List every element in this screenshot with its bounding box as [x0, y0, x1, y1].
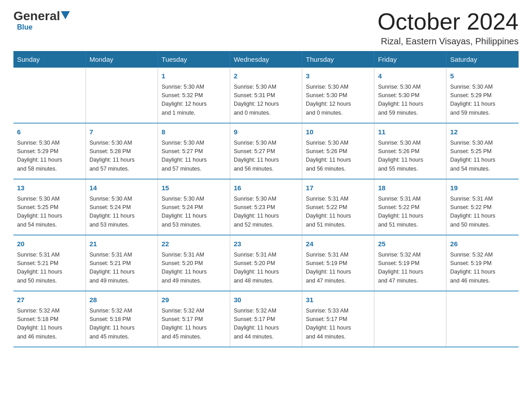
day-number: 11: [378, 127, 442, 137]
calendar-cell: 26Sunrise: 5:32 AM Sunset: 5:19 PM Dayli…: [446, 235, 519, 291]
day-number: 31: [306, 295, 370, 305]
day-number: 21: [90, 239, 154, 249]
calendar-cell: 16Sunrise: 5:30 AM Sunset: 5:23 PM Dayli…: [230, 179, 302, 235]
day-number: 10: [306, 127, 370, 137]
day-number: 22: [162, 239, 226, 249]
header-tuesday: Tuesday: [158, 51, 230, 68]
day-number: 23: [234, 239, 298, 249]
calendar-cell: 6Sunrise: 5:30 AM Sunset: 5:29 PM Daylig…: [13, 123, 86, 179]
day-info: Sunrise: 5:30 AM Sunset: 5:25 PM Dayligh…: [17, 195, 82, 230]
day-info: Sunrise: 5:30 AM Sunset: 5:23 PM Dayligh…: [234, 195, 298, 230]
calendar-table: SundayMondayTuesdayWednesdayThursdayFrid…: [13, 51, 519, 347]
day-number: 30: [234, 295, 298, 305]
calendar-cell: 13Sunrise: 5:30 AM Sunset: 5:25 PM Dayli…: [13, 179, 86, 235]
day-number: 20: [17, 239, 82, 249]
header-friday: Friday: [374, 51, 446, 68]
day-number: 3: [306, 71, 370, 81]
day-number: 7: [90, 127, 154, 137]
calendar-cell: [374, 291, 446, 347]
header-wednesday: Wednesday: [230, 51, 302, 68]
day-info: Sunrise: 5:30 AM Sunset: 5:29 PM Dayligh…: [17, 139, 82, 174]
calendar-cell: 11Sunrise: 5:30 AM Sunset: 5:26 PM Dayli…: [374, 123, 446, 179]
day-number: 16: [234, 183, 298, 193]
day-info: Sunrise: 5:31 AM Sunset: 5:22 PM Dayligh…: [306, 195, 370, 230]
day-info: Sunrise: 5:30 AM Sunset: 5:25 PM Dayligh…: [450, 139, 515, 174]
calendar-cell: [13, 68, 86, 123]
calendar-cell: 31Sunrise: 5:33 AM Sunset: 5:17 PM Dayli…: [302, 291, 374, 347]
calendar-cell: 7Sunrise: 5:30 AM Sunset: 5:28 PM Daylig…: [86, 123, 158, 179]
day-info: Sunrise: 5:31 AM Sunset: 5:21 PM Dayligh…: [17, 251, 82, 286]
day-info: Sunrise: 5:30 AM Sunset: 5:31 PM Dayligh…: [234, 83, 298, 118]
day-info: Sunrise: 5:31 AM Sunset: 5:22 PM Dayligh…: [378, 195, 442, 230]
day-number: 25: [378, 239, 442, 249]
calendar-cell: [86, 68, 158, 123]
day-info: Sunrise: 5:32 AM Sunset: 5:19 PM Dayligh…: [378, 251, 442, 286]
calendar-cell: 19Sunrise: 5:31 AM Sunset: 5:22 PM Dayli…: [446, 179, 519, 235]
calendar-cell: 29Sunrise: 5:32 AM Sunset: 5:17 PM Dayli…: [158, 291, 230, 347]
day-number: 2: [234, 71, 298, 81]
day-number: 1: [162, 71, 226, 81]
day-info: Sunrise: 5:31 AM Sunset: 5:20 PM Dayligh…: [234, 251, 298, 286]
calendar-header-row: SundayMondayTuesdayWednesdayThursdayFrid…: [13, 51, 519, 68]
calendar-cell: 1Sunrise: 5:30 AM Sunset: 5:32 PM Daylig…: [158, 68, 230, 123]
calendar-cell: 20Sunrise: 5:31 AM Sunset: 5:21 PM Dayli…: [13, 235, 86, 291]
day-info: Sunrise: 5:32 AM Sunset: 5:17 PM Dayligh…: [162, 307, 226, 342]
day-number: 27: [17, 295, 82, 305]
week-row-3: 13Sunrise: 5:30 AM Sunset: 5:25 PM Dayli…: [13, 179, 519, 235]
day-info: Sunrise: 5:30 AM Sunset: 5:24 PM Dayligh…: [90, 195, 154, 230]
day-info: Sunrise: 5:30 AM Sunset: 5:29 PM Dayligh…: [450, 83, 515, 118]
day-number: 18: [378, 183, 442, 193]
calendar-cell: 27Sunrise: 5:32 AM Sunset: 5:18 PM Dayli…: [13, 291, 86, 347]
calendar-cell: 8Sunrise: 5:30 AM Sunset: 5:27 PM Daylig…: [158, 123, 230, 179]
week-row-5: 27Sunrise: 5:32 AM Sunset: 5:18 PM Dayli…: [13, 291, 519, 347]
day-info: Sunrise: 5:30 AM Sunset: 5:26 PM Dayligh…: [378, 139, 442, 174]
day-number: 19: [450, 183, 515, 193]
day-info: Sunrise: 5:31 AM Sunset: 5:19 PM Dayligh…: [306, 251, 370, 286]
day-info: Sunrise: 5:30 AM Sunset: 5:30 PM Dayligh…: [378, 83, 442, 118]
day-info: Sunrise: 5:30 AM Sunset: 5:27 PM Dayligh…: [234, 139, 298, 174]
logo-triangle-icon: [61, 11, 70, 19]
calendar-cell: 2Sunrise: 5:30 AM Sunset: 5:31 PM Daylig…: [230, 68, 302, 123]
day-number: 15: [162, 183, 226, 193]
calendar-cell: 18Sunrise: 5:31 AM Sunset: 5:22 PM Dayli…: [374, 179, 446, 235]
day-number: 24: [306, 239, 370, 249]
subtitle: Rizal, Eastern Visayas, Philippines: [378, 36, 519, 47]
header-thursday: Thursday: [302, 51, 374, 68]
day-info: Sunrise: 5:30 AM Sunset: 5:32 PM Dayligh…: [162, 83, 226, 118]
day-number: 17: [306, 183, 370, 193]
day-number: 26: [450, 239, 515, 249]
calendar-cell: 24Sunrise: 5:31 AM Sunset: 5:19 PM Dayli…: [302, 235, 374, 291]
calendar-cell: 12Sunrise: 5:30 AM Sunset: 5:25 PM Dayli…: [446, 123, 519, 179]
calendar-cell: 10Sunrise: 5:30 AM Sunset: 5:26 PM Dayli…: [302, 123, 374, 179]
day-number: 13: [17, 183, 82, 193]
day-number: 9: [234, 127, 298, 137]
day-info: Sunrise: 5:31 AM Sunset: 5:21 PM Dayligh…: [90, 251, 154, 286]
calendar-cell: 22Sunrise: 5:31 AM Sunset: 5:20 PM Dayli…: [158, 235, 230, 291]
calendar-cell: [446, 291, 519, 347]
calendar-cell: 5Sunrise: 5:30 AM Sunset: 5:29 PM Daylig…: [446, 68, 519, 123]
week-row-1: 1Sunrise: 5:30 AM Sunset: 5:32 PM Daylig…: [13, 68, 519, 123]
day-info: Sunrise: 5:30 AM Sunset: 5:30 PM Dayligh…: [306, 83, 370, 118]
day-info: Sunrise: 5:30 AM Sunset: 5:24 PM Dayligh…: [162, 195, 226, 230]
week-row-4: 20Sunrise: 5:31 AM Sunset: 5:21 PM Dayli…: [13, 235, 519, 291]
main-title: October 2024: [378, 9, 519, 34]
logo-area: General Blue: [13, 9, 70, 31]
week-row-2: 6Sunrise: 5:30 AM Sunset: 5:29 PM Daylig…: [13, 123, 519, 179]
header-sunday: Sunday: [13, 51, 86, 68]
calendar-cell: 15Sunrise: 5:30 AM Sunset: 5:24 PM Dayli…: [158, 179, 230, 235]
day-info: Sunrise: 5:33 AM Sunset: 5:17 PM Dayligh…: [306, 307, 370, 342]
calendar-cell: 17Sunrise: 5:31 AM Sunset: 5:22 PM Dayli…: [302, 179, 374, 235]
calendar-cell: 30Sunrise: 5:32 AM Sunset: 5:17 PM Dayli…: [230, 291, 302, 347]
day-number: 4: [378, 71, 442, 81]
calendar-cell: 23Sunrise: 5:31 AM Sunset: 5:20 PM Dayli…: [230, 235, 302, 291]
day-number: 14: [90, 183, 154, 193]
day-info: Sunrise: 5:32 AM Sunset: 5:18 PM Dayligh…: [90, 307, 154, 342]
calendar-cell: 14Sunrise: 5:30 AM Sunset: 5:24 PM Dayli…: [86, 179, 158, 235]
calendar-cell: 25Sunrise: 5:32 AM Sunset: 5:19 PM Dayli…: [374, 235, 446, 291]
day-number: 8: [162, 127, 226, 137]
day-number: 28: [90, 295, 154, 305]
logo-blue-label: Blue: [17, 23, 33, 31]
day-info: Sunrise: 5:30 AM Sunset: 5:27 PM Dayligh…: [162, 139, 226, 174]
day-info: Sunrise: 5:32 AM Sunset: 5:17 PM Dayligh…: [234, 307, 298, 342]
calendar-cell: 9Sunrise: 5:30 AM Sunset: 5:27 PM Daylig…: [230, 123, 302, 179]
